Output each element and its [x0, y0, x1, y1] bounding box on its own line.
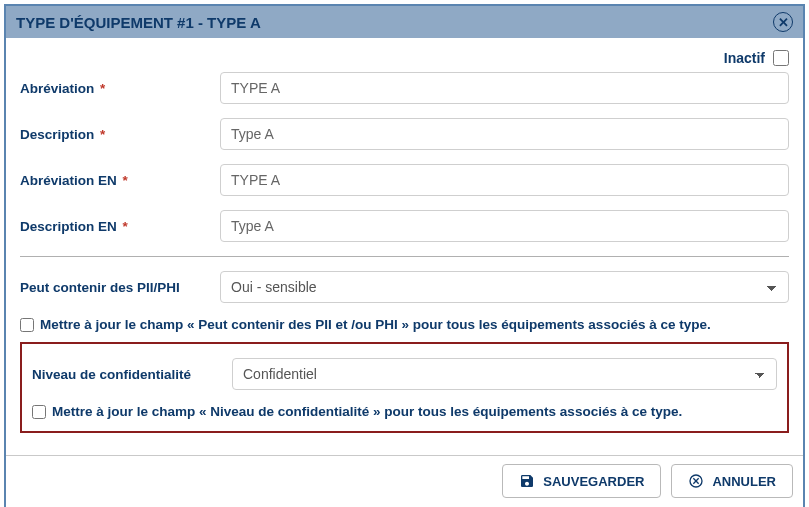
pii-update-label: Mettre à jour le champ « Peut contenir d… [40, 317, 711, 332]
confid-update-label: Mettre à jour le champ « Niveau de confi… [52, 404, 682, 419]
required-icon: * [119, 173, 128, 188]
confid-update-checkbox[interactable] [32, 405, 46, 419]
cancel-button[interactable]: ANNULER [671, 464, 793, 498]
save-button[interactable]: SAUVEGARDER [502, 464, 661, 498]
description-input[interactable] [220, 118, 789, 150]
row-pii: Peut contenir des PII/PHI Oui - sensible [20, 271, 789, 303]
inactif-row: Inactif [20, 50, 789, 66]
divider [20, 256, 789, 257]
confidentiality-select[interactable]: Confidentiel [232, 358, 777, 390]
modal-header: TYPE D'ÉQUIPEMENT #1 - TYPE A ✕ [6, 6, 803, 38]
label-pii: Peut contenir des PII/PHI [20, 280, 220, 295]
modal-body: Inactif Abréviation * Description * Abré… [6, 38, 803, 455]
row-abreviation-en: Abréviation EN * [20, 164, 789, 196]
inactif-label: Inactif [724, 50, 765, 66]
pii-update-checkbox[interactable] [20, 318, 34, 332]
required-icon: * [119, 219, 128, 234]
label-description-en: Description EN * [20, 219, 220, 234]
pii-select[interactable]: Oui - sensible [220, 271, 789, 303]
modal-footer: SAUVEGARDER ANNULER [6, 455, 803, 507]
label-abreviation: Abréviation * [20, 81, 220, 96]
row-abreviation: Abréviation * [20, 72, 789, 104]
abreviation-input[interactable] [220, 72, 789, 104]
row-description: Description * [20, 118, 789, 150]
inactif-checkbox[interactable] [773, 50, 789, 66]
modal-title: TYPE D'ÉQUIPEMENT #1 - TYPE A [16, 14, 261, 31]
required-icon: * [96, 81, 105, 96]
label-confidentiality: Niveau de confidentialité [32, 367, 232, 382]
row-confidentiality: Niveau de confidentialité Confidentiel [32, 358, 777, 390]
abreviation-en-input[interactable] [220, 164, 789, 196]
save-icon [519, 473, 535, 489]
close-icon[interactable]: ✕ [773, 12, 793, 32]
confid-update-row: Mettre à jour le champ « Niveau de confi… [32, 404, 777, 419]
required-icon: * [96, 127, 105, 142]
pii-update-row: Mettre à jour le champ « Peut contenir d… [20, 317, 789, 332]
label-abreviation-en: Abréviation EN * [20, 173, 220, 188]
cancel-icon [688, 473, 704, 489]
row-description-en: Description EN * [20, 210, 789, 242]
description-en-input[interactable] [220, 210, 789, 242]
label-description: Description * [20, 127, 220, 142]
equipment-type-modal: TYPE D'ÉQUIPEMENT #1 - TYPE A ✕ Inactif … [4, 4, 805, 507]
confidentiality-highlight: Niveau de confidentialité Confidentiel M… [20, 342, 789, 433]
